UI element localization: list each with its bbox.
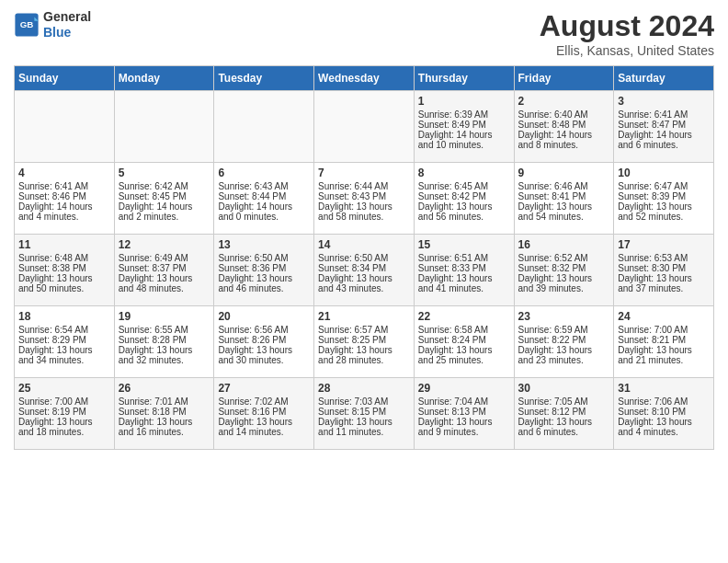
logo-text: General Blue <box>43 9 91 40</box>
header-day-thursday: Thursday <box>414 66 514 91</box>
calendar-cell: 18Sunrise: 6:54 AMSunset: 8:29 PMDayligh… <box>15 306 115 378</box>
daylight-text: Daylight: 13 hours and 4 minutes. <box>618 417 710 437</box>
calendar-cell: 23Sunrise: 6:59 AMSunset: 8:22 PMDayligh… <box>514 306 614 378</box>
sunset-text: Sunset: 8:12 PM <box>518 407 610 417</box>
daylight-text: Daylight: 13 hours and 56 minutes. <box>418 201 510 222</box>
sunset-text: Sunset: 8:16 PM <box>218 407 310 417</box>
sunrise-text: Sunrise: 6:39 AM <box>418 109 510 120</box>
calendar-cell: 27Sunrise: 7:02 AMSunset: 8:16 PMDayligh… <box>214 378 314 450</box>
day-number: 5 <box>119 167 210 179</box>
day-number: 31 <box>618 382 710 395</box>
sunrise-text: Sunrise: 6:56 AM <box>218 325 310 335</box>
sunrise-text: Sunrise: 6:40 AM <box>518 109 610 120</box>
sunrise-text: Sunrise: 6:53 AM <box>618 253 710 263</box>
day-number: 11 <box>18 238 110 251</box>
logo: GB General Blue <box>14 9 91 40</box>
sunrise-text: Sunrise: 6:50 AM <box>218 253 310 263</box>
sunset-text: Sunset: 8:29 PM <box>18 335 110 345</box>
daylight-text: Daylight: 13 hours and 9 minutes. <box>418 417 510 437</box>
day-number: 20 <box>218 310 310 323</box>
daylight-text: Daylight: 13 hours and 11 minutes. <box>318 417 410 437</box>
calendar-cell <box>314 91 415 163</box>
calendar-cell: 1Sunrise: 6:39 AMSunset: 8:49 PMDaylight… <box>414 91 514 163</box>
calendar-cell: 21Sunrise: 6:57 AMSunset: 8:25 PMDayligh… <box>314 306 415 378</box>
sunrise-text: Sunrise: 6:57 AM <box>318 325 410 335</box>
sunrise-text: Sunrise: 7:05 AM <box>518 396 610 407</box>
daylight-text: Daylight: 14 hours and 4 minutes. <box>18 201 110 222</box>
day-number: 21 <box>318 310 410 323</box>
calendar-cell: 26Sunrise: 7:01 AMSunset: 8:18 PMDayligh… <box>114 378 214 450</box>
day-number: 1 <box>418 95 510 108</box>
calendar-cell: 7Sunrise: 6:44 AMSunset: 8:43 PMDaylight… <box>314 163 415 235</box>
day-number: 6 <box>218 167 310 179</box>
sunrise-text: Sunrise: 6:58 AM <box>418 325 510 335</box>
sunset-text: Sunset: 8:32 PM <box>518 263 610 273</box>
daylight-text: Daylight: 13 hours and 30 minutes. <box>218 345 310 365</box>
calendar-week-1: 1Sunrise: 6:39 AMSunset: 8:49 PMDaylight… <box>15 91 714 163</box>
sunrise-text: Sunrise: 6:41 AM <box>18 181 110 191</box>
calendar-week-4: 18Sunrise: 6:54 AMSunset: 8:29 PMDayligh… <box>15 306 714 378</box>
daylight-text: Daylight: 13 hours and 37 minutes. <box>618 273 710 293</box>
day-number: 23 <box>518 310 610 323</box>
day-number: 27 <box>218 382 310 395</box>
daylight-text: Daylight: 13 hours and 52 minutes. <box>618 201 710 222</box>
sunset-text: Sunset: 8:48 PM <box>518 120 610 130</box>
day-number: 30 <box>518 382 610 395</box>
sunset-text: Sunset: 8:45 PM <box>119 191 210 201</box>
daylight-text: Daylight: 13 hours and 21 minutes. <box>618 345 710 365</box>
day-number: 14 <box>318 238 410 251</box>
day-number: 18 <box>18 310 110 323</box>
sunset-text: Sunset: 8:22 PM <box>518 335 610 345</box>
daylight-text: Daylight: 13 hours and 46 minutes. <box>218 273 310 293</box>
sunset-text: Sunset: 8:39 PM <box>618 191 710 201</box>
sunrise-text: Sunrise: 7:03 AM <box>318 396 410 407</box>
sunrise-text: Sunrise: 7:01 AM <box>119 396 210 407</box>
calendar-week-3: 11Sunrise: 6:48 AMSunset: 8:38 PMDayligh… <box>15 235 714 306</box>
calendar-cell: 24Sunrise: 7:00 AMSunset: 8:21 PMDayligh… <box>614 306 714 378</box>
header-day-wednesday: Wednesday <box>314 66 415 91</box>
calendar-cell: 13Sunrise: 6:50 AMSunset: 8:36 PMDayligh… <box>214 235 314 306</box>
sunset-text: Sunset: 8:15 PM <box>318 407 410 417</box>
page-container: GB General Blue August 2024 Ellis, Kansa… <box>0 0 728 459</box>
sunrise-text: Sunrise: 6:48 AM <box>18 253 110 263</box>
daylight-text: Daylight: 13 hours and 54 minutes. <box>518 201 610 222</box>
calendar-cell <box>15 91 115 163</box>
sunset-text: Sunset: 8:19 PM <box>18 407 110 417</box>
day-number: 16 <box>518 238 610 251</box>
daylight-text: Daylight: 14 hours and 2 minutes. <box>119 201 210 222</box>
sunset-text: Sunset: 8:26 PM <box>218 335 310 345</box>
sunrise-text: Sunrise: 6:50 AM <box>318 253 410 263</box>
daylight-text: Daylight: 14 hours and 0 minutes. <box>218 201 310 222</box>
daylight-text: Daylight: 13 hours and 18 minutes. <box>18 417 110 437</box>
day-number: 12 <box>119 238 210 251</box>
sunrise-text: Sunrise: 6:42 AM <box>119 181 210 191</box>
sunset-text: Sunset: 8:10 PM <box>618 407 710 417</box>
header-day-friday: Friday <box>514 66 614 91</box>
daylight-text: Daylight: 14 hours and 10 minutes. <box>418 130 510 150</box>
sunrise-text: Sunrise: 7:00 AM <box>18 396 110 407</box>
logo-line2: Blue <box>43 25 91 40</box>
sunset-text: Sunset: 8:33 PM <box>418 263 510 273</box>
calendar-cell: 19Sunrise: 6:55 AMSunset: 8:28 PMDayligh… <box>114 306 214 378</box>
sunset-text: Sunset: 8:25 PM <box>318 335 410 345</box>
calendar-cell: 29Sunrise: 7:04 AMSunset: 8:13 PMDayligh… <box>414 378 514 450</box>
day-number: 10 <box>618 167 710 179</box>
sunset-text: Sunset: 8:41 PM <box>518 191 610 201</box>
sunrise-text: Sunrise: 6:59 AM <box>518 325 610 335</box>
daylight-text: Daylight: 14 hours and 6 minutes. <box>618 130 710 150</box>
sunrise-text: Sunrise: 7:00 AM <box>618 325 710 335</box>
sunset-text: Sunset: 8:18 PM <box>119 407 210 417</box>
calendar-cell: 8Sunrise: 6:45 AMSunset: 8:42 PMDaylight… <box>414 163 514 235</box>
daylight-text: Daylight: 13 hours and 34 minutes. <box>18 345 110 365</box>
daylight-text: Daylight: 13 hours and 50 minutes. <box>18 273 110 293</box>
daylight-text: Daylight: 13 hours and 43 minutes. <box>318 273 410 293</box>
day-number: 19 <box>119 310 210 323</box>
calendar-week-2: 4Sunrise: 6:41 AMSunset: 8:46 PMDaylight… <box>15 163 714 235</box>
sunset-text: Sunset: 8:44 PM <box>218 191 310 201</box>
daylight-text: Daylight: 13 hours and 32 minutes. <box>119 345 210 365</box>
sunrise-text: Sunrise: 6:41 AM <box>618 109 710 120</box>
daylight-text: Daylight: 13 hours and 6 minutes. <box>518 417 610 437</box>
day-number: 3 <box>618 95 710 108</box>
day-number: 13 <box>218 238 310 251</box>
calendar-table: SundayMondayTuesdayWednesdayThursdayFrid… <box>14 65 714 450</box>
